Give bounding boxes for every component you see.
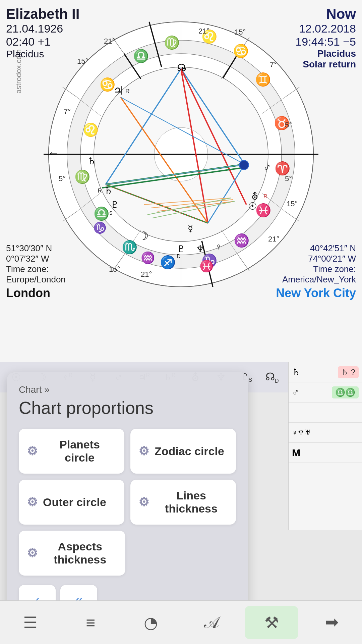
svg-text:♇: ♇ (111, 200, 119, 210)
outer-circle-button[interactable]: ⚙ Outer circle (19, 480, 124, 525)
svg-text:7°: 7° (270, 60, 277, 69)
zodiac-circle-button[interactable]: ⚙ Zodiac circle (130, 429, 236, 474)
modal-row-3: ⚙ Aspects thickness (19, 531, 236, 576)
svg-text:♏: ♏ (122, 239, 138, 255)
svg-text:♌: ♌ (83, 122, 99, 138)
svg-text:♍: ♍ (164, 35, 180, 50)
svg-text:D: D (182, 66, 186, 72)
left-tz-label: Time zone: (6, 264, 66, 274)
row1-badge: ♄ ? (338, 366, 359, 378)
svg-text:☿: ☿ (188, 223, 193, 233)
chart-area: Elizabeth II 21.04.1926 02:40 +1 Placidu… (0, 0, 362, 362)
left-coords2: 0°07′32″ W (6, 254, 66, 264)
contacts-icon: ☰ (23, 613, 38, 632)
now-system1: Placidus (295, 48, 356, 59)
right-tz-label: Time zone: (276, 264, 356, 274)
clock-icon: ◔ (144, 613, 158, 632)
left-tz-name: Europe/London (6, 274, 66, 285)
svg-text:♄: ♄ (104, 185, 113, 196)
table-row-2: ♂ ♎♎ (289, 382, 362, 402)
svg-text:☽: ☽ (138, 229, 148, 242)
now-time: 19:44:51 −5 (295, 35, 356, 48)
planets-circle-button[interactable]: ⚙ Planets circle (19, 429, 124, 474)
svg-text:♓: ♓ (199, 259, 214, 273)
modal-row-1: ⚙ Planets circle ⚙ Zodiac circle (19, 429, 236, 474)
gear-icon-planets: ⚙ (27, 444, 38, 458)
subject-name: Elizabeth II (6, 6, 79, 22)
nav-share[interactable]: ⬆ (305, 606, 359, 639)
svg-text:21°: 21° (268, 235, 279, 243)
svg-text:5°: 5° (59, 174, 66, 183)
bottom-right-info: 40°42′51″ N 74°00′21″ W Time zone: Ameri… (276, 243, 356, 300)
list-icon: ≡ (86, 613, 95, 632)
planets-circle-label: Planets circle (43, 438, 116, 464)
row2-badge: ♎♎ (332, 386, 359, 398)
table-row-1: ♄ ♄ ? (289, 362, 362, 382)
nav-font[interactable]: 𝒜 (184, 606, 238, 639)
svg-text:♎: ♎ (133, 48, 149, 64)
right-city: New York City (276, 286, 356, 300)
planet-node: ☊D (259, 370, 285, 384)
gear-icon-outer: ⚙ (27, 495, 38, 509)
table-row-5: M (289, 443, 362, 463)
svg-text:♂: ♂ (263, 161, 271, 173)
svg-text:♒: ♒ (234, 233, 250, 248)
svg-text:♎: ♎ (94, 206, 110, 221)
svg-text:☉: ☉ (248, 201, 257, 212)
svg-point-105 (239, 160, 249, 170)
nav-contacts[interactable]: ☰ (3, 606, 57, 639)
top-right-info: Now 12.02.2018 19:44:51 −5 Placidus Sola… (295, 6, 356, 70)
row2-symbol: ♂ (292, 387, 299, 398)
right-coords1: 40°42′51″ N (276, 243, 356, 254)
svg-text:♆: ♆ (196, 244, 204, 254)
modal-row-2: ⚙ Outer circle ⚙ Lines thickness (19, 480, 236, 525)
table-row-3 (289, 402, 362, 423)
lines-thickness-label: Lines thickness (155, 489, 228, 515)
modal-breadcrumb: Chart » (19, 384, 236, 395)
row4-symbols: ♀♆♅ (292, 428, 311, 437)
svg-text:21°: 21° (141, 270, 152, 278)
svg-text:♃: ♃ (113, 84, 123, 97)
svg-text:S: S (109, 210, 112, 216)
subject-system: Placidus (6, 48, 79, 60)
bottom-nav: ☰ ≡ ◔ 𝒜 ⚒ ⬆ (0, 600, 362, 644)
gear-icon-aspects: ⚙ (27, 546, 38, 560)
svg-text:♐: ♐ (160, 255, 176, 270)
nav-list[interactable]: ≡ (64, 606, 117, 639)
svg-text:5°: 5° (285, 174, 292, 183)
svg-text:15°: 15° (287, 200, 298, 208)
svg-text:7°: 7° (64, 107, 71, 116)
font-icon: 𝒜 (204, 613, 218, 632)
modal-panel: Chart » Chart proportions ⚙ Planets circ… (7, 372, 248, 627)
modal-title: Chart proportions (19, 398, 236, 418)
svg-text:15°: 15° (235, 28, 246, 36)
row5-m: M (292, 447, 300, 459)
svg-text:♋: ♋ (233, 43, 249, 59)
subject-time: 02:40 +1 (6, 35, 79, 48)
svg-text:R: R (125, 88, 130, 95)
row1-symbol: ♄ (292, 367, 300, 378)
svg-text:♇: ♇ (177, 244, 185, 254)
svg-text:5°: 5° (285, 121, 292, 129)
outer-circle-label: Outer circle (43, 496, 106, 509)
top-left-info: Elizabeth II 21.04.1926 02:40 +1 Placidu… (6, 6, 79, 60)
nav-clock[interactable]: ◔ (124, 606, 178, 639)
svg-text:15°: 15° (109, 265, 120, 273)
tools-icon: ⚒ (264, 613, 279, 632)
svg-text:←: ← (48, 147, 59, 159)
lines-thickness-button[interactable]: ⚙ Lines thickness (130, 480, 236, 525)
right-coords2: 74°00′21″ W (276, 254, 356, 264)
aspects-thickness-button[interactable]: ⚙ Aspects thickness (19, 531, 125, 576)
nav-tools[interactable]: ⚒ (245, 606, 298, 639)
left-coords1: 51°30′30″ N (6, 243, 66, 254)
share-icon: ⬆ (322, 616, 341, 629)
svg-text:21°: 21° (104, 37, 115, 45)
aspects-thickness-label: Aspects thickness (43, 540, 117, 566)
svg-text:⛢: ⛢ (251, 191, 258, 202)
now-label: Now (295, 6, 356, 22)
svg-text:♊: ♊ (255, 72, 271, 87)
now-system2: Solar return (295, 59, 356, 70)
svg-text:♄: ♄ (87, 155, 96, 166)
svg-text:D: D (177, 254, 181, 259)
svg-text:♍: ♍ (74, 169, 90, 184)
